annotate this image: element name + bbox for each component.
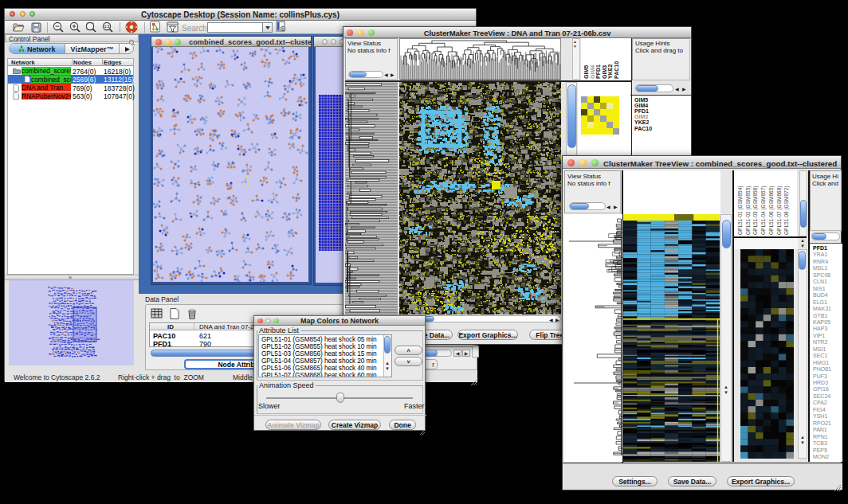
svg-text:1:1: 1:1 — [104, 24, 109, 29]
